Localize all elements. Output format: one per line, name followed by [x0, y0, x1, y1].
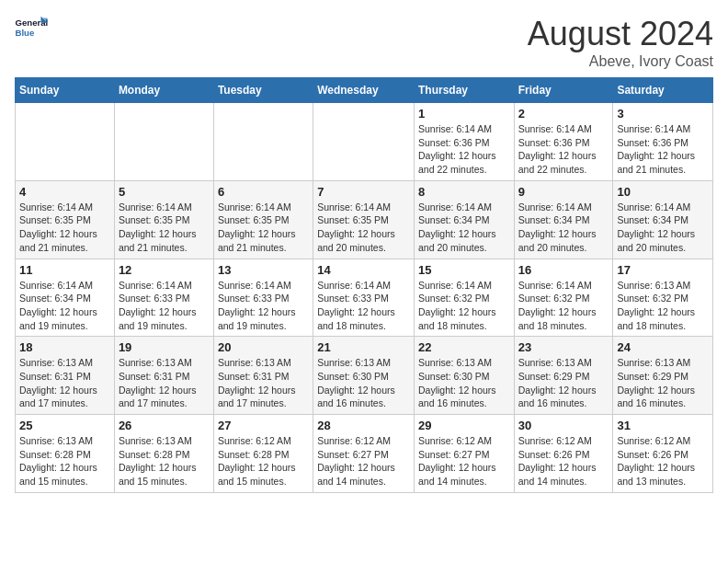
day-number: 25	[19, 419, 110, 432]
day-cell: 28Sunrise: 6:12 AM Sunset: 6:27 PM Dayli…	[313, 415, 415, 493]
day-info: Sunrise: 6:13 AM Sunset: 6:28 PM Dayligh…	[19, 434, 110, 488]
day-number: 6	[218, 185, 309, 199]
day-cell: 8Sunrise: 6:14 AM Sunset: 6:34 PM Daylig…	[414, 180, 514, 259]
day-number: 15	[418, 263, 510, 277]
day-number: 14	[317, 263, 410, 277]
day-header-wednesday: Wednesday	[313, 78, 415, 103]
calendar-body: 1Sunrise: 6:14 AM Sunset: 6:36 PM Daylig…	[16, 103, 713, 493]
day-cell: 7Sunrise: 6:14 AM Sunset: 6:35 PM Daylig…	[313, 180, 415, 259]
day-cell: 12Sunrise: 6:14 AM Sunset: 6:33 PM Dayli…	[114, 259, 213, 337]
day-number: 1	[418, 107, 510, 121]
day-number: 24	[617, 340, 709, 354]
day-info: Sunrise: 6:14 AM Sunset: 6:34 PM Dayligh…	[617, 201, 709, 255]
day-info: Sunrise: 6:14 AM Sunset: 6:32 PM Dayligh…	[418, 279, 510, 333]
day-info: Sunrise: 6:13 AM Sunset: 6:30 PM Dayligh…	[317, 356, 410, 410]
day-header-friday: Friday	[514, 78, 613, 103]
day-cell: 3Sunrise: 6:14 AM Sunset: 6:36 PM Daylig…	[613, 103, 713, 181]
day-number: 9	[518, 185, 609, 199]
day-info: Sunrise: 6:14 AM Sunset: 6:36 PM Dayligh…	[617, 122, 709, 177]
day-number: 30	[518, 419, 609, 432]
day-cell: 27Sunrise: 6:12 AM Sunset: 6:28 PM Dayli…	[213, 415, 313, 493]
week-row-4: 18Sunrise: 6:13 AM Sunset: 6:31 PM Dayli…	[16, 337, 713, 415]
day-number: 29	[418, 419, 510, 432]
day-cell: 17Sunrise: 6:13 AM Sunset: 6:32 PM Dayli…	[613, 259, 713, 337]
week-row-1: 1Sunrise: 6:14 AM Sunset: 6:36 PM Daylig…	[16, 103, 713, 181]
day-cell: 6Sunrise: 6:14 AM Sunset: 6:35 PM Daylig…	[213, 180, 313, 259]
day-info: Sunrise: 6:13 AM Sunset: 6:28 PM Dayligh…	[119, 434, 210, 488]
day-cell: 5Sunrise: 6:14 AM Sunset: 6:35 PM Daylig…	[114, 180, 213, 259]
day-cell: 10Sunrise: 6:14 AM Sunset: 6:34 PM Dayli…	[613, 180, 713, 259]
day-cell: 30Sunrise: 6:12 AM Sunset: 6:26 PM Dayli…	[514, 415, 613, 493]
day-number: 11	[19, 263, 110, 277]
day-number: 3	[617, 107, 709, 121]
day-number: 26	[119, 419, 210, 432]
day-info: Sunrise: 6:14 AM Sunset: 6:32 PM Dayligh…	[518, 279, 609, 333]
day-info: Sunrise: 6:14 AM Sunset: 6:34 PM Dayligh…	[518, 201, 609, 255]
day-cell: 18Sunrise: 6:13 AM Sunset: 6:31 PM Dayli…	[16, 337, 115, 415]
day-number: 22	[418, 340, 510, 354]
day-number: 28	[317, 419, 410, 432]
day-cell	[16, 103, 115, 181]
day-info: Sunrise: 6:14 AM Sunset: 6:33 PM Dayligh…	[218, 279, 309, 333]
day-cell: 19Sunrise: 6:13 AM Sunset: 6:31 PM Dayli…	[114, 337, 213, 415]
day-number: 16	[518, 263, 609, 277]
day-info: Sunrise: 6:13 AM Sunset: 6:29 PM Dayligh…	[518, 356, 609, 410]
day-number: 8	[418, 185, 510, 199]
day-cell: 15Sunrise: 6:14 AM Sunset: 6:32 PM Dayli…	[414, 259, 514, 337]
day-number: 27	[218, 419, 309, 432]
day-number: 18	[19, 340, 110, 354]
day-cell: 23Sunrise: 6:13 AM Sunset: 6:29 PM Dayli…	[514, 337, 613, 415]
day-info: Sunrise: 6:14 AM Sunset: 6:35 PM Dayligh…	[218, 201, 309, 255]
day-header-sunday: Sunday	[16, 78, 115, 103]
day-number: 10	[617, 185, 709, 199]
day-info: Sunrise: 6:14 AM Sunset: 6:35 PM Dayligh…	[317, 201, 410, 255]
day-number: 4	[19, 185, 110, 199]
day-cell: 9Sunrise: 6:14 AM Sunset: 6:34 PM Daylig…	[514, 180, 613, 259]
day-info: Sunrise: 6:14 AM Sunset: 6:33 PM Dayligh…	[119, 279, 210, 333]
day-cell: 14Sunrise: 6:14 AM Sunset: 6:33 PM Dayli…	[313, 259, 415, 337]
day-info: Sunrise: 6:13 AM Sunset: 6:31 PM Dayligh…	[19, 356, 110, 410]
day-info: Sunrise: 6:13 AM Sunset: 6:31 PM Dayligh…	[218, 356, 309, 410]
week-row-2: 4Sunrise: 6:14 AM Sunset: 6:35 PM Daylig…	[16, 180, 713, 259]
location: Abeve, Ivory Coast	[528, 53, 713, 70]
day-cell: 13Sunrise: 6:14 AM Sunset: 6:33 PM Dayli…	[213, 259, 313, 337]
day-cell: 4Sunrise: 6:14 AM Sunset: 6:35 PM Daylig…	[16, 180, 115, 259]
day-header-saturday: Saturday	[613, 78, 713, 103]
day-number: 23	[518, 340, 609, 354]
day-cell: 21Sunrise: 6:13 AM Sunset: 6:30 PM Dayli…	[313, 337, 415, 415]
week-row-5: 25Sunrise: 6:13 AM Sunset: 6:28 PM Dayli…	[16, 415, 713, 493]
day-cell	[114, 103, 213, 181]
day-info: Sunrise: 6:13 AM Sunset: 6:30 PM Dayligh…	[418, 356, 510, 410]
day-info: Sunrise: 6:12 AM Sunset: 6:26 PM Dayligh…	[617, 434, 709, 488]
day-info: Sunrise: 6:13 AM Sunset: 6:31 PM Dayligh…	[119, 356, 210, 410]
logo: General Blue	[15, 15, 48, 40]
day-info: Sunrise: 6:14 AM Sunset: 6:34 PM Dayligh…	[418, 201, 510, 255]
day-info: Sunrise: 6:13 AM Sunset: 6:29 PM Dayligh…	[617, 356, 709, 410]
calendar-table: SundayMondayTuesdayWednesdayThursdayFrid…	[15, 77, 713, 493]
day-number: 2	[518, 107, 609, 121]
day-cell	[213, 103, 313, 181]
day-info: Sunrise: 6:12 AM Sunset: 6:26 PM Dayligh…	[518, 434, 609, 488]
day-cell: 1Sunrise: 6:14 AM Sunset: 6:36 PM Daylig…	[414, 103, 514, 181]
svg-text:Blue: Blue	[16, 28, 35, 38]
day-info: Sunrise: 6:14 AM Sunset: 6:35 PM Dayligh…	[19, 201, 110, 255]
day-cell: 22Sunrise: 6:13 AM Sunset: 6:30 PM Dayli…	[414, 337, 514, 415]
day-number: 7	[317, 185, 410, 199]
day-cell: 25Sunrise: 6:13 AM Sunset: 6:28 PM Dayli…	[16, 415, 115, 493]
day-number: 20	[218, 340, 309, 354]
day-info: Sunrise: 6:14 AM Sunset: 6:33 PM Dayligh…	[317, 279, 410, 333]
title-block: August 2024 Abeve, Ivory Coast	[528, 15, 713, 70]
day-cell: 20Sunrise: 6:13 AM Sunset: 6:31 PM Dayli…	[213, 337, 313, 415]
day-info: Sunrise: 6:13 AM Sunset: 6:32 PM Dayligh…	[617, 279, 709, 333]
day-info: Sunrise: 6:14 AM Sunset: 6:35 PM Dayligh…	[119, 201, 210, 255]
page-header: General Blue August 2024 Abeve, Ivory Co…	[15, 15, 713, 70]
day-cell: 2Sunrise: 6:14 AM Sunset: 6:36 PM Daylig…	[514, 103, 613, 181]
day-info: Sunrise: 6:12 AM Sunset: 6:27 PM Dayligh…	[418, 434, 510, 488]
calendar-header-row: SundayMondayTuesdayWednesdayThursdayFrid…	[16, 78, 713, 103]
day-number: 12	[119, 263, 210, 277]
day-number: 13	[218, 263, 309, 277]
day-number: 31	[617, 419, 709, 432]
day-cell: 26Sunrise: 6:13 AM Sunset: 6:28 PM Dayli…	[114, 415, 213, 493]
day-number: 5	[119, 185, 210, 199]
day-cell	[313, 103, 415, 181]
